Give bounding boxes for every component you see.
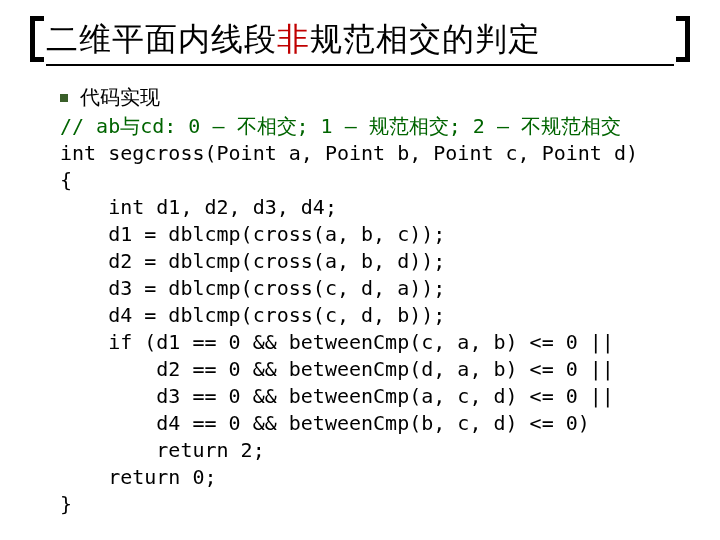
code-comment: // ab与cd: 0 – 不相交; 1 – 规范相交; 2 – 不规范相交	[60, 114, 621, 138]
code-line: d1 = dblcmp(cross(a, b, c));	[60, 222, 445, 246]
code-line: }	[60, 492, 72, 516]
code-line: d3 = dblcmp(cross(c, d, a));	[60, 276, 445, 300]
code-line: return 2;	[60, 438, 265, 462]
bullet-row: 代码实现	[60, 84, 680, 111]
body: 代码实现 // ab与cd: 0 – 不相交; 1 – 规范相交; 2 – 不规…	[40, 84, 680, 518]
title-area: 二维平面内线段非规范相交的判定	[40, 18, 680, 66]
title-part2: 规范相交的判定	[310, 21, 541, 57]
title-highlight: 非	[277, 21, 310, 57]
slide: 二维平面内线段非规范相交的判定 代码实现 // ab与cd: 0 – 不相交; …	[0, 0, 720, 540]
code-line: d2 = dblcmp(cross(a, b, d));	[60, 249, 445, 273]
slide-title: 二维平面内线段非规范相交的判定	[46, 18, 674, 62]
bracket-right-icon	[676, 16, 690, 62]
code-line: d4 == 0 && betweenCmp(b, c, d) <= 0)	[60, 411, 590, 435]
code-block: // ab与cd: 0 – 不相交; 1 – 规范相交; 2 – 不规范相交 i…	[60, 113, 680, 518]
bracket-left-icon	[30, 16, 44, 62]
code-line: {	[60, 168, 72, 192]
code-line: int d1, d2, d3, d4;	[60, 195, 337, 219]
code-line: d2 == 0 && betweenCmp(d, a, b) <= 0 ||	[60, 357, 614, 381]
code-line: if (d1 == 0 && betweenCmp(c, a, b) <= 0 …	[60, 330, 614, 354]
bullet-icon	[60, 94, 68, 102]
code-line: d3 == 0 && betweenCmp(a, c, d) <= 0 ||	[60, 384, 614, 408]
bullet-text: 代码实现	[80, 84, 160, 111]
code-line: d4 = dblcmp(cross(c, d, b));	[60, 303, 445, 327]
code-line: return 0;	[60, 465, 217, 489]
title-underline	[46, 64, 674, 66]
code-line: int segcross(Point a, Point b, Point c, …	[60, 141, 638, 165]
title-part1: 二维平面内线段	[46, 21, 277, 57]
